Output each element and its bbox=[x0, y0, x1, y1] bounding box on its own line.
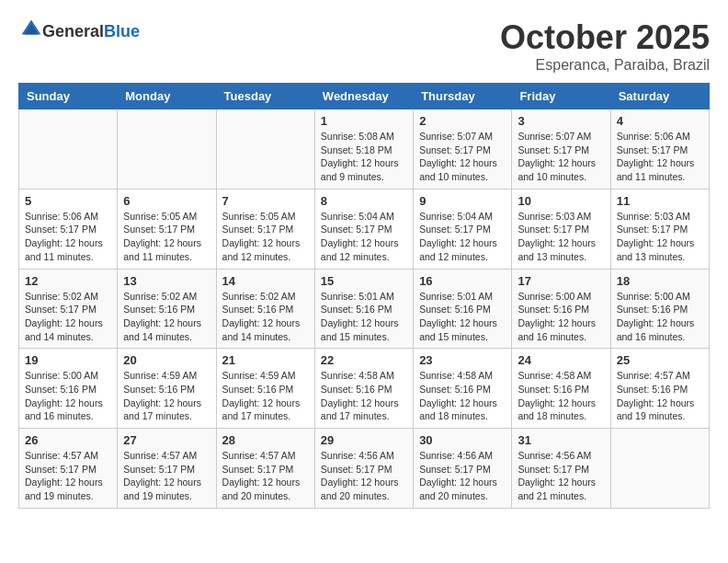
day-number: 15 bbox=[321, 274, 407, 288]
calendar-cell: 13Sunrise: 5:02 AM Sunset: 5:16 PM Dayli… bbox=[118, 269, 216, 349]
logo-text-general: General bbox=[42, 22, 104, 40]
calendar-cell: 4Sunrise: 5:06 AM Sunset: 5:17 PM Daylig… bbox=[610, 109, 709, 190]
day-info: Sunrise: 5:02 AM Sunset: 5:16 PM Dayligh… bbox=[123, 290, 210, 344]
weekday-header-row: SundayMondayTuesdayWednesdayThursdayFrid… bbox=[19, 84, 710, 109]
day-info: Sunrise: 5:08 AM Sunset: 5:18 PM Dayligh… bbox=[321, 130, 407, 184]
calendar-cell: 20Sunrise: 4:59 AM Sunset: 5:16 PM Dayli… bbox=[118, 349, 216, 429]
calendar-cell: 29Sunrise: 4:56 AM Sunset: 5:17 PM Dayli… bbox=[314, 429, 413, 509]
day-number: 18 bbox=[617, 274, 703, 288]
day-number: 20 bbox=[123, 353, 210, 367]
calendar-cell: 26Sunrise: 4:57 AM Sunset: 5:17 PM Dayli… bbox=[19, 429, 118, 509]
day-number: 6 bbox=[123, 194, 210, 208]
calendar-cell bbox=[610, 429, 709, 509]
day-info: Sunrise: 4:58 AM Sunset: 5:16 PM Dayligh… bbox=[518, 369, 604, 423]
day-number: 4 bbox=[617, 114, 703, 128]
calendar-cell: 18Sunrise: 5:00 AM Sunset: 5:16 PM Dayli… bbox=[610, 269, 709, 349]
day-info: Sunrise: 4:57 AM Sunset: 5:17 PM Dayligh… bbox=[123, 449, 210, 503]
calendar-cell: 27Sunrise: 4:57 AM Sunset: 5:17 PM Dayli… bbox=[118, 429, 216, 509]
calendar-cell bbox=[19, 109, 118, 190]
day-info: Sunrise: 5:00 AM Sunset: 5:16 PM Dayligh… bbox=[25, 369, 111, 423]
day-number: 14 bbox=[222, 274, 309, 288]
logo-icon bbox=[20, 18, 42, 40]
calendar-cell: 22Sunrise: 4:58 AM Sunset: 5:16 PM Dayli… bbox=[314, 349, 413, 429]
weekday-header-thursday: Thursday bbox=[414, 84, 512, 109]
day-info: Sunrise: 4:59 AM Sunset: 5:16 PM Dayligh… bbox=[123, 369, 210, 423]
day-info: Sunrise: 5:07 AM Sunset: 5:17 PM Dayligh… bbox=[419, 130, 506, 184]
day-number: 7 bbox=[222, 194, 309, 208]
calendar-cell: 21Sunrise: 4:59 AM Sunset: 5:16 PM Dayli… bbox=[216, 349, 314, 429]
day-number: 19 bbox=[25, 353, 111, 367]
day-number: 13 bbox=[123, 274, 210, 288]
day-info: Sunrise: 4:57 AM Sunset: 5:16 PM Dayligh… bbox=[617, 369, 703, 423]
day-number: 2 bbox=[419, 114, 506, 128]
day-number: 30 bbox=[419, 433, 506, 447]
day-info: Sunrise: 5:02 AM Sunset: 5:16 PM Dayligh… bbox=[222, 290, 309, 344]
calendar-cell: 24Sunrise: 4:58 AM Sunset: 5:16 PM Dayli… bbox=[512, 349, 610, 429]
day-info: Sunrise: 5:04 AM Sunset: 5:17 PM Dayligh… bbox=[321, 210, 407, 264]
day-info: Sunrise: 4:58 AM Sunset: 5:16 PM Dayligh… bbox=[321, 369, 407, 423]
header: GeneralBlue October 2025 Esperanca, Para… bbox=[18, 18, 710, 74]
day-info: Sunrise: 5:05 AM Sunset: 5:17 PM Dayligh… bbox=[123, 210, 210, 264]
week-row-4: 26Sunrise: 4:57 AM Sunset: 5:17 PM Dayli… bbox=[19, 429, 710, 509]
day-info: Sunrise: 4:59 AM Sunset: 5:16 PM Dayligh… bbox=[222, 369, 309, 423]
calendar-cell: 7Sunrise: 5:05 AM Sunset: 5:17 PM Daylig… bbox=[216, 189, 314, 269]
day-info: Sunrise: 4:56 AM Sunset: 5:17 PM Dayligh… bbox=[419, 449, 506, 503]
day-number: 21 bbox=[222, 353, 309, 367]
calendar-cell: 2Sunrise: 5:07 AM Sunset: 5:17 PM Daylig… bbox=[414, 109, 512, 190]
day-info: Sunrise: 4:57 AM Sunset: 5:17 PM Dayligh… bbox=[222, 449, 309, 503]
day-number: 9 bbox=[419, 194, 506, 208]
day-info: Sunrise: 5:01 AM Sunset: 5:16 PM Dayligh… bbox=[419, 290, 506, 344]
calendar-cell: 3Sunrise: 5:07 AM Sunset: 5:17 PM Daylig… bbox=[512, 109, 610, 190]
day-number: 16 bbox=[419, 274, 506, 288]
day-info: Sunrise: 5:01 AM Sunset: 5:16 PM Dayligh… bbox=[321, 290, 407, 344]
day-number: 5 bbox=[25, 194, 111, 208]
day-number: 29 bbox=[321, 433, 407, 447]
week-row-3: 19Sunrise: 5:00 AM Sunset: 5:16 PM Dayli… bbox=[19, 349, 710, 429]
calendar-cell: 25Sunrise: 4:57 AM Sunset: 5:16 PM Dayli… bbox=[610, 349, 709, 429]
calendar-table: SundayMondayTuesdayWednesdayThursdayFrid… bbox=[18, 83, 710, 509]
weekday-header-sunday: Sunday bbox=[19, 84, 118, 109]
day-number: 8 bbox=[321, 194, 407, 208]
calendar-cell: 12Sunrise: 5:02 AM Sunset: 5:17 PM Dayli… bbox=[19, 269, 118, 349]
day-number: 24 bbox=[518, 353, 604, 367]
calendar-cell: 23Sunrise: 4:58 AM Sunset: 5:16 PM Dayli… bbox=[414, 349, 512, 429]
calendar-cell: 6Sunrise: 5:05 AM Sunset: 5:17 PM Daylig… bbox=[118, 189, 216, 269]
logo: GeneralBlue bbox=[18, 18, 140, 44]
day-info: Sunrise: 5:03 AM Sunset: 5:17 PM Dayligh… bbox=[617, 210, 703, 264]
day-info: Sunrise: 5:04 AM Sunset: 5:17 PM Dayligh… bbox=[419, 210, 506, 264]
day-number: 27 bbox=[123, 433, 210, 447]
day-info: Sunrise: 5:00 AM Sunset: 5:16 PM Dayligh… bbox=[518, 290, 604, 344]
calendar-title: October 2025 bbox=[500, 18, 710, 57]
day-info: Sunrise: 5:02 AM Sunset: 5:17 PM Dayligh… bbox=[25, 290, 111, 344]
day-number: 3 bbox=[518, 114, 604, 128]
weekday-header-monday: Monday bbox=[118, 84, 216, 109]
day-info: Sunrise: 5:06 AM Sunset: 5:17 PM Dayligh… bbox=[25, 210, 111, 264]
logo-text-blue: Blue bbox=[104, 22, 140, 40]
day-number: 28 bbox=[222, 433, 309, 447]
title-section: October 2025 Esperanca, Paraiba, Brazil bbox=[500, 18, 710, 74]
day-number: 12 bbox=[25, 274, 111, 288]
day-number: 31 bbox=[518, 433, 604, 447]
calendar-cell: 11Sunrise: 5:03 AM Sunset: 5:17 PM Dayli… bbox=[610, 189, 709, 269]
day-info: Sunrise: 5:06 AM Sunset: 5:17 PM Dayligh… bbox=[617, 130, 703, 184]
calendar-cell: 17Sunrise: 5:00 AM Sunset: 5:16 PM Dayli… bbox=[512, 269, 610, 349]
weekday-header-wednesday: Wednesday bbox=[314, 84, 413, 109]
day-number: 23 bbox=[419, 353, 506, 367]
day-info: Sunrise: 5:05 AM Sunset: 5:17 PM Dayligh… bbox=[222, 210, 309, 264]
calendar-cell: 10Sunrise: 5:03 AM Sunset: 5:17 PM Dayli… bbox=[512, 189, 610, 269]
week-row-2: 12Sunrise: 5:02 AM Sunset: 5:17 PM Dayli… bbox=[19, 269, 710, 349]
calendar-cell: 14Sunrise: 5:02 AM Sunset: 5:16 PM Dayli… bbox=[216, 269, 314, 349]
day-info: Sunrise: 4:58 AM Sunset: 5:16 PM Dayligh… bbox=[419, 369, 506, 423]
day-number: 26 bbox=[25, 433, 111, 447]
day-info: Sunrise: 5:00 AM Sunset: 5:16 PM Dayligh… bbox=[617, 290, 703, 344]
day-number: 11 bbox=[617, 194, 703, 208]
calendar-cell: 31Sunrise: 4:56 AM Sunset: 5:17 PM Dayli… bbox=[512, 429, 610, 509]
day-number: 17 bbox=[518, 274, 604, 288]
calendar-cell: 30Sunrise: 4:56 AM Sunset: 5:17 PM Dayli… bbox=[414, 429, 512, 509]
calendar-cell: 16Sunrise: 5:01 AM Sunset: 5:16 PM Dayli… bbox=[414, 269, 512, 349]
calendar-cell: 15Sunrise: 5:01 AM Sunset: 5:16 PM Dayli… bbox=[314, 269, 413, 349]
day-info: Sunrise: 4:57 AM Sunset: 5:17 PM Dayligh… bbox=[25, 449, 111, 503]
weekday-header-tuesday: Tuesday bbox=[216, 84, 314, 109]
day-info: Sunrise: 4:56 AM Sunset: 5:17 PM Dayligh… bbox=[518, 449, 604, 503]
day-number: 1 bbox=[321, 114, 407, 128]
